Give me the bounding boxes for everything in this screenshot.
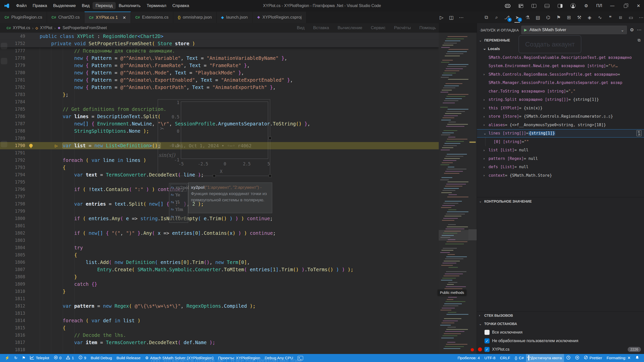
line-number[interactable]: 1797 xyxy=(0,193,25,200)
variable-row[interactable]: ›context = {SMath.Math.Store} xyxy=(477,171,644,180)
code-line-1784[interactable]: 1784 xyxy=(0,98,439,106)
variable-row[interactable]: ›SMath.Controls.RegionBase.SessionProfil… xyxy=(477,70,644,79)
menu-item-Переход[interactable]: Переход xyxy=(93,2,116,9)
customize-layout-icon[interactable] xyxy=(515,0,526,12)
code-line-1793[interactable]: 1793 { xyxy=(0,164,439,171)
code-line-1804[interactable]: 1804 try xyxy=(0,244,439,251)
search-icon[interactable]: ⌕ xyxy=(494,15,499,20)
comment-icon[interactable]: ❝ xyxy=(608,15,613,20)
section-callstack[interactable]: › СТЕК ВЫЗОВОВ xyxy=(477,311,644,319)
code-line-1780[interactable]: 1780 new { Pattern = @"^Animate\.Mode", … xyxy=(0,69,439,76)
line-number[interactable]: 1810 xyxy=(0,288,25,295)
status-status-item[interactable]: UTF-8 xyxy=(482,354,498,362)
wrench-icon[interactable]: ⚒ xyxy=(577,15,582,20)
code-line-1752[interactable]: 1752 private void SetPropertiesFromSheet… xyxy=(0,40,439,47)
status-status-item[interactable]: Debug Any CPU xyxy=(262,354,295,362)
menu-item-Выделение[interactable]: Выделение xyxy=(50,2,79,9)
wave-icon[interactable]: ∿ xyxy=(597,15,603,20)
tab-launch.json[interactable]: ◆launch.json xyxy=(217,12,253,23)
code-line-1796[interactable]: 1796 if ( !text.Contains( ":" ) ) contin… xyxy=(0,186,439,193)
status-status-item[interactable]: Build Release xyxy=(114,354,143,362)
line-number[interactable]: 1792 xyxy=(0,157,25,164)
run-button[interactable]: ▷ xyxy=(440,15,444,20)
line-number[interactable]: 1794 xyxy=(0,171,25,178)
code-line-1789[interactable]: 1789 xyxy=(0,135,439,142)
checkbox[interactable] xyxy=(485,330,490,335)
settings-gear-icon[interactable]: ⚙ xyxy=(581,0,592,12)
menu-item-Терминал[interactable]: Терминал xyxy=(144,2,169,9)
menu-item-Вид[interactable]: Вид xyxy=(79,2,93,9)
line-number[interactable]: 1786 xyxy=(0,113,25,120)
diamond-icon[interactable]: ◈ xyxy=(587,15,592,20)
sync-status-item[interactable]: ↻ xyxy=(12,354,20,362)
more-actions-icon[interactable]: ⋯ xyxy=(459,15,464,20)
scrollbar-handle[interactable] xyxy=(468,229,477,240)
chevron-icon[interactable]: › xyxy=(484,106,489,110)
status-status-item[interactable]: Проекты: XYPlotRegion xyxy=(216,354,262,362)
line-number[interactable]: 1801 xyxy=(0,222,25,230)
variable-row[interactable]: char.ToString возвращено [string] = "," xyxy=(477,87,644,96)
flag-status-item[interactable]: ⚑ xyxy=(20,354,28,362)
minimize-button[interactable]: — xyxy=(607,0,618,12)
code-line-1778[interactable]: 1778 new { Pattern = @"^Animate\.Variabl… xyxy=(0,55,439,62)
code-line-1790[interactable]: 1790▷ var list = new List<Definition>();… xyxy=(0,142,439,149)
code-editor[interactable]: 49 public class XYPlot : RegionHolder<Ch… xyxy=(0,33,439,354)
code-line-1805[interactable]: 1805 { xyxy=(0,251,439,259)
line-number[interactable]: 1807 xyxy=(0,266,25,273)
minimap[interactable] xyxy=(439,33,468,354)
code-line-1797[interactable]: 1797 xyxy=(0,193,439,200)
code-line-1801[interactable]: 1801 xyxy=(0,222,439,230)
section-breakpoints[interactable]: ⌄ ТОЧКИ ОСТАНОВА xyxy=(477,320,644,328)
bell-status-item[interactable] xyxy=(633,354,641,362)
line-number[interactable]: 1795 xyxy=(0,178,25,186)
variable-row[interactable]: [0] [string] = "" xyxy=(477,138,644,146)
chevron-icon[interactable]: › xyxy=(484,98,489,102)
breakpoint-row[interactable]: ✓Не обработанные пользователем исключени… xyxy=(477,337,644,345)
keyboard-layout-indicator[interactable]: ПЛ xyxy=(594,0,605,12)
tab-omnisharp.json[interactable]: {}omnisharp.json xyxy=(173,12,217,23)
line-number[interactable]: 1808 xyxy=(0,273,25,281)
attach-status-item[interactable]: ⚙Attach SMath Solver (XYPlotRegion) xyxy=(143,354,216,362)
section-watch[interactable]: ⌄ КОНТРОЛЬНОЕ ЗНАЧЕНИЕ xyxy=(477,197,644,205)
menu-item-Файл[interactable]: Файл xyxy=(13,2,30,9)
code-line-1788[interactable]: 1788 StringSplitOptions.None ); xyxy=(0,127,439,135)
code-line-1791[interactable]: 1791 xyxy=(0,149,439,157)
chevron-icon[interactable]: › xyxy=(484,157,489,160)
line-number[interactable]: 1781 xyxy=(0,76,25,84)
line-number[interactable]: 1783 xyxy=(0,91,25,98)
line-number[interactable]: 1796 xyxy=(0,186,25,193)
debug-settings-gear-icon[interactable]: ⚙ xyxy=(630,27,634,33)
line-number[interactable]: 49 xyxy=(0,33,25,40)
code-line-1783[interactable]: 1783 }; xyxy=(0,91,439,98)
toggle-secondary-sidebar-icon[interactable] xyxy=(554,0,566,12)
terminal-status-item[interactable]: >_ xyxy=(295,354,305,362)
line-number[interactable]: 1813 xyxy=(0,310,25,317)
variable-row[interactable]: SMath.Controls.RegionEvaluable.Descripti… xyxy=(477,53,644,62)
tab-XYPlot.cs-1[interactable]: C#XYPlot.cs 1✕ xyxy=(85,12,131,23)
code-line-1810[interactable]: 1810 } xyxy=(0,288,439,295)
code-line-1807[interactable]: 1807 Entry.Create( SMath.Math.Symbolic.C… xyxy=(0,266,439,273)
toggle-sidebar-icon[interactable] xyxy=(528,0,539,12)
variable-row[interactable]: ›string.Split возвращено [string[]] = {s… xyxy=(477,96,644,104)
line-number[interactable]: 1805 xyxy=(0,251,25,259)
binary-view-icon[interactable]: 0110 xyxy=(636,130,641,136)
noentry-status-item[interactable]: Prettier xyxy=(582,354,604,362)
line-number[interactable]: 1787 xyxy=(0,120,25,127)
code-line-1779[interactable]: 1779 new { Pattern = @"^Animate\.FrameRa… xyxy=(0,62,439,69)
section-locals[interactable]: ⌄ Locals xyxy=(477,45,644,52)
screen-icon[interactable]: ▭ xyxy=(628,15,634,20)
code-line-1814[interactable]: 1814 foreach ( var def in list ) xyxy=(0,317,439,324)
notebook-icon[interactable]: ▤ xyxy=(535,15,541,20)
grid-icon[interactable]: ⊞ xyxy=(566,15,572,20)
variable-row[interactable]: ›list [List] = null xyxy=(477,146,644,155)
code-line-1798[interactable]: 1798 var entries = text.Split( new[] { '… xyxy=(0,200,439,208)
line-number[interactable]: 1785 xyxy=(0,106,25,113)
toggle-panel-icon[interactable] xyxy=(541,0,552,12)
tab-PluginRegion.cs[interactable]: C#PluginRegion.cs xyxy=(0,12,47,23)
info-status-item[interactable]: 9 xyxy=(76,354,89,362)
code-line-1815[interactable]: 1815 { xyxy=(0,324,439,332)
tab-Extensions.cs[interactable]: C#Extensions.cs xyxy=(131,12,173,23)
copilot-icon[interactable] xyxy=(502,0,513,12)
chevron-icon[interactable]: › xyxy=(484,72,489,76)
line-number[interactable]: 1799 xyxy=(0,208,25,215)
